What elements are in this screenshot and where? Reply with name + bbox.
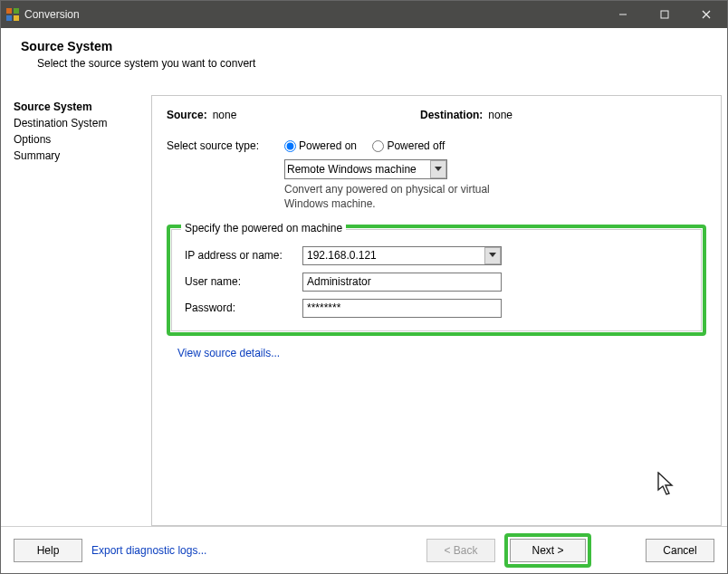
next-button-highlight: Next > [504,533,591,568]
fieldset-legend: Specify the powered on machine [181,222,346,234]
view-source-details-link[interactable]: View source details... [177,347,280,359]
step-options[interactable]: Options [14,131,151,148]
page-title: Source System [21,39,707,53]
chevron-down-icon[interactable] [484,247,501,264]
wizard-steps: Source System Destination System Options… [14,95,151,526]
source-machine-select[interactable] [284,159,447,179]
svg-marker-9 [489,253,496,257]
cancel-button[interactable]: Cancel [646,539,714,562]
radio-powered-off[interactable]: Powered off [372,139,445,152]
svg-rect-0 [6,8,12,14]
window-title: Conversion [24,8,80,21]
step-summary[interactable]: Summary [14,148,151,164]
export-diagnostic-link[interactable]: Export diagnostic logs... [91,544,206,557]
username-label: User name: [185,275,302,288]
destination-label: Destination: [420,109,483,121]
maximize-button[interactable] [644,1,685,28]
step-destination-system[interactable]: Destination System [14,115,151,131]
destination-value: none [488,109,512,121]
back-button: < Back [426,539,495,562]
titlebar: Conversion [1,1,727,28]
app-icon [6,8,19,21]
password-label: Password: [185,301,302,314]
ip-label: IP address or name: [185,249,302,262]
radio-powered-on[interactable]: Powered on [284,139,357,152]
close-button[interactable] [685,1,727,28]
ip-input[interactable] [302,246,502,265]
svg-rect-1 [14,8,19,14]
page-subtitle: Select the source system you want to con… [37,57,707,70]
svg-rect-5 [661,11,668,18]
footer: Help Export diagnostic logs... < Back Ne… [1,526,727,573]
svg-rect-2 [6,15,12,21]
source-type-label: Select source type: [167,139,284,212]
password-input[interactable] [302,299,502,318]
wizard-header: Source System Select the source system y… [1,28,727,82]
source-label: Source: [167,109,207,121]
svg-rect-3 [14,15,19,21]
source-type-hint: Convert any powered on physical or virtu… [284,183,520,211]
step-source-system[interactable]: Source System [14,99,151,115]
machine-fieldset: Specify the powered on machine IP addres… [171,229,702,331]
help-button[interactable]: Help [14,539,82,562]
main-panel: Source: none Destination: none Select so… [151,95,722,526]
source-value: none [213,109,237,121]
machine-fieldset-highlight: Specify the powered on machine IP addres… [167,225,706,336]
minimize-button[interactable] [602,1,644,28]
next-button[interactable]: Next > [510,539,586,562]
username-input[interactable] [302,273,502,292]
cursor-icon [657,472,677,500]
